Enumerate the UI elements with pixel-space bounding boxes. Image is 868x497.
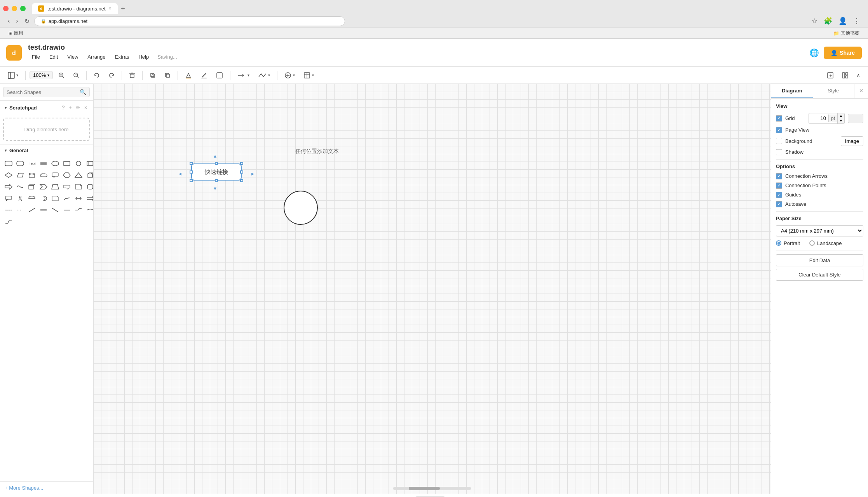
menu-extras[interactable]: Extras (111, 52, 133, 62)
traffic-light-yellow[interactable] (12, 6, 17, 11)
shape-ellipse[interactable] (50, 158, 61, 169)
handle-mr[interactable] (240, 170, 243, 174)
shape-quick-link[interactable]: 快速链接 (191, 163, 242, 181)
handle-tr[interactable] (240, 162, 243, 165)
browser-tab[interactable]: d test.drawio - diagrams.net × (32, 3, 118, 14)
extensions-button[interactable]: 🧩 (822, 15, 834, 27)
background-checkbox[interactable] (776, 138, 782, 144)
more-shapes-button[interactable]: + More Shapes... (0, 481, 93, 494)
handle-tc[interactable] (215, 162, 218, 165)
shape-double-line[interactable] (38, 205, 49, 215)
zoom-control[interactable]: 100% ▾ (30, 71, 53, 79)
shape-rounded-rect[interactable] (3, 158, 14, 169)
connection-style-button[interactable]: ▾ (234, 70, 253, 80)
grid-checkbox[interactable]: ✓ (776, 115, 782, 122)
add-page-button[interactable]: + (446, 495, 456, 497)
to-front-button[interactable] (146, 70, 159, 80)
shape-lines[interactable] (38, 158, 49, 169)
insert-button[interactable]: ▾ (281, 70, 298, 81)
shape-parallelogram[interactable] (15, 170, 26, 181)
right-sidebar-close-button[interactable]: ✕ (854, 84, 868, 98)
shape-line-sw[interactable] (26, 205, 37, 215)
landscape-radio[interactable] (809, 240, 815, 246)
profile-button[interactable]: 👤 (837, 15, 849, 27)
handle-br[interactable] (240, 179, 243, 182)
menu-file[interactable]: File (28, 52, 44, 62)
edit-data-button[interactable]: Edit Data (776, 254, 863, 266)
scratchpad-header[interactable]: ▾ Scratchpad ? + ✏ × (0, 101, 93, 115)
shape-trapezoid[interactable] (50, 181, 61, 192)
shape-connector1[interactable] (61, 205, 72, 215)
portrait-radio-item[interactable]: Portrait (776, 240, 800, 246)
tab-diagram[interactable]: Diagram (771, 84, 813, 98)
address-bar[interactable]: 🔒 app.diagrams.net (34, 16, 345, 26)
page-view-checkbox[interactable]: ✓ (776, 127, 782, 133)
paper-size-select[interactable]: A4 (210 mm x 297 mm) (776, 225, 863, 236)
autosave-checkbox[interactable]: ✓ (776, 201, 782, 207)
shape-callout[interactable] (50, 170, 61, 181)
shape-person[interactable] (15, 193, 26, 204)
grid-spin-up[interactable]: ▲ (837, 113, 844, 118)
background-image-button[interactable]: Image (841, 136, 863, 146)
shape-dashed-line-h[interactable] (3, 205, 14, 215)
menu-arrange[interactable]: Arrange (84, 52, 109, 62)
grid-pt-input[interactable] (809, 114, 828, 122)
grid-value-input[interactable]: pt ▲ ▼ (809, 113, 845, 124)
connection-points-checkbox[interactable]: ✓ (776, 182, 782, 189)
line-color-button[interactable] (197, 70, 211, 81)
scratchpad-add-button[interactable]: + (68, 104, 73, 111)
table-button[interactable]: ▾ (300, 70, 317, 81)
shape-3d-rect[interactable] (26, 181, 37, 192)
reload-button[interactable]: ↻ (23, 16, 31, 26)
format-panel-button[interactable] (838, 70, 852, 81)
scratchpad-edit-button[interactable]: ✏ (75, 104, 81, 111)
redo-button[interactable] (105, 70, 118, 80)
search-input-wrap[interactable]: 🔍 (3, 87, 90, 97)
shape-ribbon[interactable] (61, 181, 72, 192)
scratchpad-help-button[interactable]: ? (61, 104, 66, 111)
shape-double-arrow[interactable] (73, 193, 84, 204)
forward-button[interactable]: › (14, 16, 19, 26)
shape-step[interactable] (38, 181, 49, 192)
landscape-radio-item[interactable]: Landscape (809, 240, 842, 246)
grid-color-swatch[interactable] (848, 114, 863, 123)
traffic-light-red[interactable] (3, 6, 9, 11)
grid-spin-down[interactable]: ▼ (837, 118, 844, 123)
clear-default-style-button[interactable]: Clear Default Style (776, 269, 863, 281)
tab-close-btn[interactable]: × (109, 6, 112, 11)
shape-process[interactable] (85, 158, 93, 169)
shape-connector3[interactable] (85, 205, 93, 215)
handle-ml[interactable] (190, 170, 193, 174)
general-header[interactable]: ▾ General (0, 144, 93, 156)
shape-dotted-line-h[interactable] (15, 205, 26, 215)
shape-3d-box[interactable] (85, 170, 93, 181)
border-style-button[interactable] (213, 70, 226, 81)
shape-triangle[interactable] (73, 170, 84, 181)
waypoint-button[interactable]: ▾ (255, 70, 273, 80)
menu-view[interactable]: View (63, 52, 82, 62)
tab-style[interactable]: Style (813, 84, 854, 98)
canvas[interactable]: 任何位置添加文本 ◂ ▸ ▴ ▾ (93, 84, 771, 494)
search-input[interactable] (7, 89, 77, 95)
new-tab-button[interactable]: + (118, 3, 129, 14)
scratchpad-close-button[interactable]: × (84, 104, 88, 111)
canvas-circle[interactable] (284, 191, 318, 225)
shape-rect[interactable] (61, 158, 72, 169)
bookmark-star-button[interactable]: ☆ (810, 15, 819, 27)
shape-rounded-rect2[interactable] (15, 158, 26, 169)
shape-rounded-sq[interactable] (85, 181, 93, 192)
share-button[interactable]: 👤 Share (824, 47, 862, 59)
shape-connector4[interactable] (3, 216, 14, 227)
portrait-radio[interactable] (776, 240, 781, 246)
collapse-button[interactable]: ∧ (853, 70, 863, 81)
menu-help[interactable]: Help (134, 52, 153, 62)
shape-circle[interactable] (73, 158, 84, 169)
handle-bc[interactable] (215, 179, 218, 182)
guides-checkbox[interactable]: ✓ (776, 192, 782, 198)
handle-tl[interactable] (190, 162, 193, 165)
shape-line-n[interactable] (50, 205, 61, 215)
shape-diamond[interactable] (3, 170, 14, 181)
shape-hexagon[interactable] (61, 170, 72, 181)
shape-speech-bubble[interactable] (3, 193, 14, 204)
other-bookmarks[interactable]: 📁 其他书签 (831, 29, 862, 37)
